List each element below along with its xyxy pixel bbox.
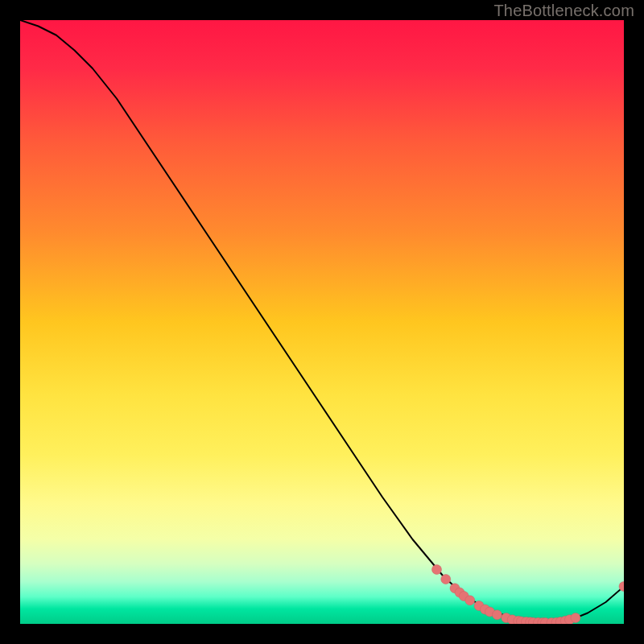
- data-point: [432, 565, 442, 575]
- attribution-text: TheBottleneck.com: [493, 2, 634, 20]
- bottleneck-plot: [20, 20, 624, 624]
- chart-container: TheBottleneck.com: [0, 0, 644, 644]
- data-point: [493, 610, 502, 620]
- gradient-background: [20, 20, 624, 624]
- data-point: [465, 596, 475, 605]
- data-point: [441, 575, 451, 584]
- data-point: [571, 613, 580, 623]
